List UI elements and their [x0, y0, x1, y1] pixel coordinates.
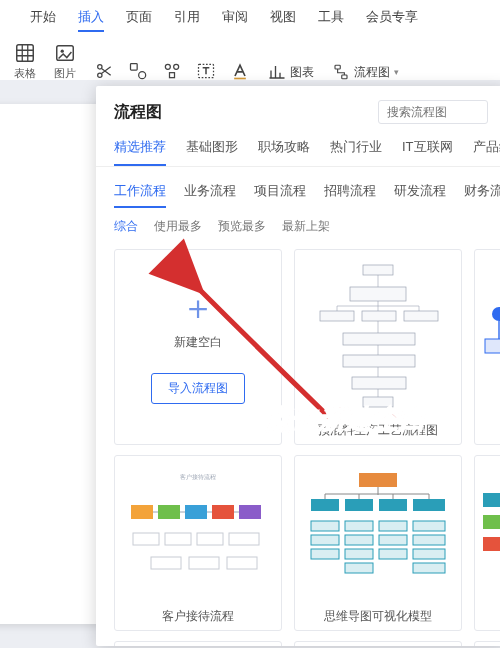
tab-business-flow[interactable]: 业务流程 — [184, 181, 236, 208]
template-caption: 团队协 — [475, 603, 500, 630]
menu-review[interactable]: 审阅 — [222, 8, 248, 32]
svg-rect-37 — [229, 533, 259, 545]
svg-rect-56 — [379, 549, 407, 559]
svg-rect-5 — [131, 64, 138, 71]
dropdown-icon: ▾ — [394, 67, 399, 77]
svg-rect-17 — [404, 311, 438, 321]
menu-page[interactable]: 页面 — [126, 8, 152, 32]
template-thumb — [295, 456, 461, 603]
tab-rd-flow[interactable]: 研发流程 — [394, 181, 446, 208]
menu-bar: 开始 插入 页面 引用 审阅 视图 工具 会员专享 — [0, 0, 500, 36]
template-thumb — [475, 456, 500, 603]
panel-title: 流程图 — [114, 102, 162, 123]
sort-most-viewed[interactable]: 预览最多 — [218, 218, 266, 235]
menu-member[interactable]: 会员专享 — [366, 8, 418, 32]
tab-basic-shapes[interactable]: 基础图形 — [186, 134, 238, 166]
template-card[interactable]: 团队协 — [474, 455, 500, 631]
tab-project-flow[interactable]: 项目流程 — [254, 181, 306, 208]
subcategory-tabs: 工作流程 业务流程 项目流程 招聘流程 研发流程 财务流 — [96, 167, 500, 208]
svg-rect-33 — [239, 505, 261, 519]
tool-image-label: 图片 — [54, 66, 76, 81]
table-icon — [14, 42, 36, 64]
tab-featured[interactable]: 精选推荐 — [114, 134, 166, 166]
svg-rect-45 — [413, 499, 445, 511]
flowchart-icon — [332, 63, 350, 81]
svg-rect-48 — [379, 521, 407, 531]
template-thumb — [475, 642, 500, 646]
template-grid: ＋ 新建空白 导入流程图 — [96, 243, 500, 646]
svg-rect-11 — [335, 65, 340, 69]
tab-industry[interactable]: 热门行业 — [330, 134, 382, 166]
svg-rect-30 — [158, 505, 180, 519]
tab-workplace[interactable]: 职场攻略 — [258, 134, 310, 166]
tab-pm[interactable]: 产品经理 — [473, 134, 500, 166]
svg-rect-9 — [170, 73, 175, 78]
new-blank-card[interactable]: ＋ 新建空白 导入流程图 — [114, 249, 282, 445]
template-caption: 流程图 — [475, 417, 500, 444]
template-thumb — [475, 250, 500, 417]
tab-recruit-flow[interactable]: 招聘流程 — [324, 181, 376, 208]
template-caption: 客户接待流程 — [115, 603, 281, 630]
template-thumb — [295, 642, 461, 646]
menu-tools[interactable]: 工具 — [318, 8, 344, 32]
svg-rect-31 — [185, 505, 207, 519]
template-card[interactable] — [294, 641, 462, 646]
flowchart-panel: 流程图 精选推荐 基础图形 职场攻略 热门行业 IT互联网 产品经理 工作流程 … — [96, 86, 500, 646]
tab-it[interactable]: IT互联网 — [402, 134, 453, 166]
svg-rect-57 — [413, 549, 445, 559]
svg-rect-51 — [345, 535, 373, 545]
svg-rect-34 — [133, 533, 159, 545]
tab-work-flow[interactable]: 工作流程 — [114, 181, 166, 208]
menu-view[interactable]: 视图 — [270, 8, 296, 32]
tool-chart[interactable]: 图表 — [268, 63, 314, 81]
components-icon[interactable] — [162, 61, 182, 81]
svg-rect-35 — [165, 533, 191, 545]
svg-rect-49 — [413, 521, 445, 531]
template-thumb — [295, 250, 461, 417]
sort-all[interactable]: 综合 — [114, 218, 138, 235]
template-thumb: 客户接待流程 — [115, 456, 281, 603]
template-card[interactable]: 设计重大质量事件报告流程 — [114, 641, 282, 646]
svg-rect-41 — [359, 473, 397, 487]
annotation-text: 点击新建空白 — [265, 402, 427, 437]
shapes-icon[interactable] — [128, 61, 148, 81]
menu-start[interactable]: 开始 — [30, 8, 56, 32]
svg-rect-43 — [345, 499, 373, 511]
menu-insert[interactable]: 插入 — [78, 8, 104, 32]
tool-image[interactable]: 图片 — [54, 42, 76, 81]
tool-table[interactable]: 表格 — [14, 42, 36, 81]
textbox-icon[interactable] — [196, 61, 216, 81]
new-blank-label: 新建空白 — [174, 334, 222, 351]
template-thumb: 设计重大质量事件报告流程 — [115, 642, 281, 646]
svg-rect-44 — [379, 499, 407, 511]
svg-rect-14 — [350, 287, 406, 301]
template-card[interactable]: 客户接待流程 — [114, 455, 282, 631]
svg-rect-46 — [311, 521, 339, 531]
svg-rect-12 — [342, 75, 347, 79]
svg-rect-55 — [345, 549, 373, 559]
import-flowchart-button[interactable]: 导入流程图 — [151, 373, 245, 404]
sort-newest[interactable]: 最新上架 — [282, 218, 330, 235]
scissors-icon[interactable] — [94, 61, 114, 81]
svg-rect-42 — [311, 499, 339, 511]
svg-rect-13 — [363, 265, 393, 275]
svg-point-7 — [165, 64, 170, 69]
template-caption: 思维导图可视化模型 — [295, 603, 461, 630]
template-card[interactable]: 流程图 — [474, 249, 500, 445]
tool-flowchart-label: 流程图 — [354, 64, 390, 81]
template-card[interactable]: 思维导图可视化模型 — [294, 455, 462, 631]
tool-flowchart[interactable]: 流程图 ▾ — [332, 63, 399, 81]
wordart-icon[interactable] — [230, 61, 250, 81]
svg-rect-18 — [343, 333, 415, 345]
svg-rect-15 — [320, 311, 354, 321]
svg-rect-0 — [17, 45, 34, 62]
svg-point-22 — [492, 307, 500, 321]
svg-rect-38 — [151, 557, 181, 569]
svg-rect-20 — [352, 377, 406, 389]
svg-point-2 — [61, 50, 64, 53]
tab-finance-flow[interactable]: 财务流 — [464, 181, 500, 208]
search-input[interactable] — [378, 100, 488, 124]
template-card[interactable] — [474, 641, 500, 646]
sort-most-used[interactable]: 使用最多 — [154, 218, 202, 235]
menu-reference[interactable]: 引用 — [174, 8, 200, 32]
